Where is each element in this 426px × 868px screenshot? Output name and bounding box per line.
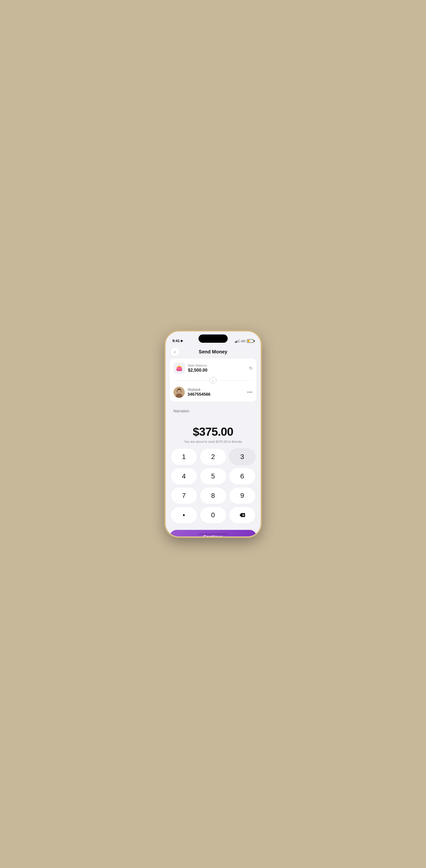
recipient-row: Skybank 3467554566 ••• bbox=[173, 387, 253, 398]
balance-row: 👛 Main Balance $2,500.00 ↻ bbox=[173, 362, 253, 374]
screen: ‹ Send Money 👛 Main Balance $2,500.00 ↻ bbox=[166, 332, 260, 536]
transfer-direction: ↓ bbox=[173, 377, 253, 384]
amount-subtitle: You are about to send $375.00 to Brenda bbox=[171, 440, 256, 443]
key-0[interactable]: 0 bbox=[200, 506, 226, 524]
backspace-icon[interactable] bbox=[229, 506, 256, 524]
divider-left bbox=[173, 380, 207, 381]
continue-label: Continue bbox=[203, 534, 223, 537]
signal-bars-icon bbox=[235, 339, 239, 343]
dynamic-island bbox=[199, 335, 228, 343]
page-header: ‹ Send Money bbox=[166, 346, 260, 359]
continue-button[interactable]: Continue bbox=[170, 530, 257, 536]
key-3[interactable]: 3 bbox=[229, 448, 256, 465]
avatar bbox=[173, 387, 185, 398]
balance-info: Main Balance $2,500.00 bbox=[188, 364, 246, 373]
amount-display: $375.00 You are about to send $375.00 to… bbox=[166, 423, 260, 448]
page-title: Send Money bbox=[199, 349, 227, 354]
key-5[interactable]: 5 bbox=[200, 468, 226, 485]
keypad-row-4: • 0 bbox=[170, 506, 257, 524]
refresh-icon[interactable]: ↻ bbox=[249, 366, 253, 371]
key-6[interactable]: 6 bbox=[229, 468, 256, 485]
home-indicator bbox=[199, 533, 228, 534]
download-icon: ↓ bbox=[210, 377, 217, 384]
status-icons bbox=[235, 339, 254, 343]
key-1[interactable]: 1 bbox=[171, 448, 197, 465]
recipient-bank: Skybank bbox=[188, 388, 245, 392]
chevron-left-icon: ‹ bbox=[174, 350, 175, 354]
keypad-row-2: 4 5 6 bbox=[170, 468, 257, 485]
key-7[interactable]: 7 bbox=[171, 487, 197, 504]
key-8[interactable]: 8 bbox=[200, 487, 226, 504]
key-9[interactable]: 9 bbox=[229, 487, 256, 504]
amount-value: $375.00 bbox=[171, 425, 256, 438]
recipient-info: Skybank 3467554566 bbox=[188, 388, 245, 397]
keypad-row-1: 1 2 3 bbox=[170, 448, 257, 465]
battery-fill bbox=[248, 340, 250, 342]
status-time: 9:41 ▶ bbox=[173, 339, 183, 343]
balance-label: Main Balance bbox=[188, 364, 246, 367]
wallet-emoji: 👛 bbox=[176, 365, 182, 371]
svg-point-5 bbox=[177, 390, 181, 394]
narration-input[interactable] bbox=[173, 409, 253, 413]
key-4[interactable]: 4 bbox=[171, 468, 197, 485]
time-display: 9:41 bbox=[173, 339, 180, 343]
phone-frame: 9:41 ▶ ‹ bbox=[166, 332, 260, 536]
account-card: 👛 Main Balance $2,500.00 ↻ ↓ bbox=[170, 359, 257, 402]
balance-amount: $2,500.00 bbox=[188, 368, 246, 373]
key-dot[interactable]: • bbox=[171, 506, 197, 524]
continue-section: Continue bbox=[166, 526, 260, 536]
location-icon: ▶ bbox=[181, 339, 183, 342]
link-icon bbox=[241, 340, 246, 342]
keypad: 1 2 3 4 5 6 7 8 9 • 0 bbox=[166, 448, 260, 524]
recipient-account: 3467554566 bbox=[188, 392, 245, 397]
key-2[interactable]: 2 bbox=[200, 448, 226, 465]
avatar-image bbox=[173, 387, 185, 398]
wallet-icon: 👛 bbox=[173, 362, 185, 374]
keypad-row-3: 7 8 9 bbox=[170, 487, 257, 504]
more-options-icon[interactable]: ••• bbox=[247, 390, 253, 395]
divider-right bbox=[220, 380, 253, 381]
back-button[interactable]: ‹ bbox=[171, 348, 179, 356]
narration-section bbox=[170, 405, 257, 418]
battery-icon bbox=[247, 339, 254, 343]
